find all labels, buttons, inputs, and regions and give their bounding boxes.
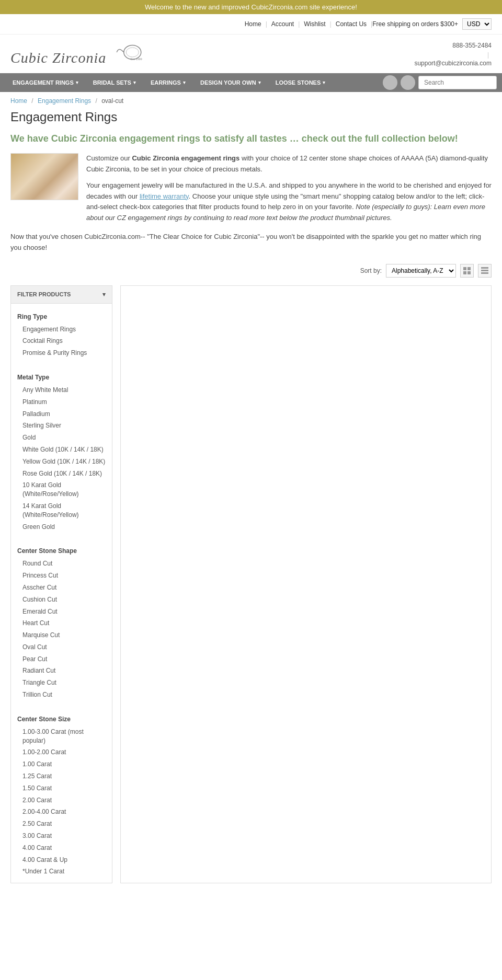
breadcrumb-home[interactable]: Home — [10, 97, 27, 105]
loose-stones-chevron-icon: ▾ — [323, 80, 325, 85]
intro-image — [10, 153, 78, 200]
filter-item-1-carat[interactable]: 1.00 Carat — [17, 758, 106, 770]
phone-number: 888-355-2484 | support@cubiczirconia.com — [414, 40, 492, 68]
grid-view-icon — [463, 267, 471, 274]
nav-bridal-sets[interactable]: BRIDAL SETS ▾ — [86, 73, 143, 92]
filter-item-2-4-carat[interactable]: 2.00-4.00 Carat — [17, 806, 106, 818]
filter-item-1-5-carat[interactable]: 1.50 Carat — [17, 782, 106, 794]
earrings-chevron-icon: ▾ — [183, 80, 186, 85]
filter-item-emerald-cut[interactable]: Emerald Cut — [17, 606, 106, 618]
nav-contact-link[interactable]: Contact Us — [332, 20, 371, 28]
page-tagline: We have Cubic Zirconia engagement rings … — [10, 132, 492, 145]
nav-icon-btn-2[interactable] — [401, 75, 415, 90]
list-view-icon — [481, 267, 488, 274]
filter-item-white-gold[interactable]: White Gold (10K / 14K / 18K) — [17, 444, 106, 456]
svg-rect-4 — [467, 267, 471, 270]
filter-item-4-carat-up[interactable]: 4.00 Carat & Up — [17, 854, 106, 866]
filter-stone-shape-section: Center Stone Shape Round Cut Princess Cu… — [11, 538, 112, 706]
filter-item-cushion-cut[interactable]: Cushion Cut — [17, 594, 106, 606]
filter-item-rose-gold[interactable]: Rose Gold (10K / 14K / 18K) — [17, 468, 106, 480]
announcement-text: Welcome to the new and improved CubicZir… — [145, 3, 357, 11]
breadcrumb: Home / Engagement Rings / oval-cut — [0, 92, 502, 110]
grid-view-button[interactable] — [460, 264, 474, 278]
nav-home-link[interactable]: Home — [241, 20, 266, 28]
svg-rect-9 — [481, 272, 488, 274]
filter-item-trillion-cut[interactable]: Trillion Cut — [17, 689, 106, 701]
email-link[interactable]: support@cubiczirconia.com — [414, 60, 492, 67]
filter-item-triangle-cut[interactable]: Triangle Cut — [17, 677, 106, 689]
svg-rect-7 — [481, 267, 488, 269]
filter-item-2-carat[interactable]: 2.00 Carat — [17, 794, 106, 806]
filter-ring-type-title: Ring Type — [17, 313, 106, 320]
nav-design-your-own[interactable]: DESIGN YOUR OWN ▾ — [193, 73, 268, 92]
filter-item-marquise-cut[interactable]: Marquise Cut — [17, 629, 106, 641]
intro-bold-1: Cubic Zirconia engagement rings — [132, 154, 239, 162]
nav-icon-btn-1[interactable] — [383, 75, 397, 90]
nav-wishlist-link[interactable]: Wishlist — [300, 20, 329, 28]
nav-earrings[interactable]: EARRINGS ▾ — [143, 73, 193, 92]
filter-item-palladium[interactable]: Palladium — [17, 408, 106, 420]
design-your-own-chevron-icon: ▾ — [258, 80, 261, 85]
svg-rect-5 — [463, 271, 466, 274]
breadcrumb-engagement-rings[interactable]: Engagement Rings — [38, 97, 91, 105]
filter-item-round-cut[interactable]: Round Cut — [17, 558, 106, 570]
engagement-rings-chevron-icon: ▾ — [76, 80, 78, 85]
nav-loose-stones[interactable]: LOOSE STONES ▾ — [268, 73, 333, 92]
filter-item-princess-cut[interactable]: Princess Cut — [17, 570, 106, 582]
filter-item-2-5-carat[interactable]: 2.50 Carat — [17, 818, 106, 830]
logo[interactable]: Cubic Zirconia Est. 1999 — [10, 42, 142, 66]
lifetime-warranty-link[interactable]: lifetime warranty — [140, 192, 189, 200]
breadcrumb-sep-2: / — [95, 97, 97, 105]
filter-item-4-carat[interactable]: 4.00 Carat — [17, 842, 106, 854]
header: Cubic Zirconia Est. 1999 888-355-2484 | … — [0, 34, 502, 73]
filter-item-1-2-carat[interactable]: 1.00-2.00 Carat — [17, 746, 106, 758]
paragraph-note: Now that you've chosen CubicZirconia.com… — [10, 232, 492, 253]
nav-engagement-rings[interactable]: ENGAGEMENT RINGS ▾ — [5, 73, 86, 92]
sort-select[interactable]: Alphabetically, A-Z Alphabetically, Z-A … — [386, 264, 456, 278]
filter-metal-type-title: Metal Type — [17, 374, 106, 381]
page-content: Engagement Rings We have Cubic Zirconia … — [0, 110, 502, 883]
filter-stone-size-title: Center Stone Size — [17, 716, 106, 723]
sidebar: FILTER PRODUCTS ▾ Ring Type Engagement R… — [10, 285, 112, 884]
filter-item-oval-cut[interactable]: Oval Cut — [17, 641, 106, 653]
filter-item-sterling-silver[interactable]: Sterling Silver — [17, 420, 106, 432]
svg-rect-6 — [467, 271, 471, 274]
filter-item-pear-cut[interactable]: Pear Cut — [17, 653, 106, 665]
filter-item-any-white-metal[interactable]: Any White Metal — [17, 384, 106, 396]
filter-item-1-25-carat[interactable]: 1.25 Carat — [17, 770, 106, 782]
filter-item-14k-gold[interactable]: 14 Karat Gold (White/Rose/Yellow) — [17, 500, 106, 521]
intro-section: Customize our Cubic Zirconia engagement … — [10, 153, 492, 224]
filter-item-engagement-rings[interactable]: Engagement Rings — [17, 324, 106, 336]
filter-item-10k-gold[interactable]: 10 Karat Gold (White/Rose/Yellow) — [17, 479, 106, 500]
logo-area: Cubic Zirconia Est. 1999 — [10, 42, 142, 66]
products-area — [120, 285, 492, 884]
sort-bar: Sort by: Alphabetically, A-Z Alphabetica… — [10, 264, 492, 278]
intro-note-label: Note (especially to guys): — [356, 203, 432, 211]
svg-point-1 — [126, 48, 139, 57]
breadcrumb-sep-1: / — [31, 97, 33, 105]
filter-item-platinum[interactable]: Platinum — [17, 396, 106, 408]
filter-header-label: FILTER PRODUCTS — [17, 291, 71, 297]
currency-selector[interactable]: USD GBP EUR — [462, 18, 492, 30]
filter-item-radiant-cut[interactable]: Radiant Cut — [17, 665, 106, 677]
list-view-button[interactable] — [478, 264, 492, 278]
filter-item-promise-purity[interactable]: Promise & Purity Rings — [17, 347, 106, 359]
filter-item-yellow-gold[interactable]: Yellow Gold (10K / 14K / 18K) — [17, 456, 106, 468]
filter-stone-shape-title: Center Stone Shape — [17, 547, 106, 555]
logo-ring-image: Est. 1999 — [111, 42, 142, 63]
filter-item-green-gold[interactable]: Green Gold — [17, 521, 106, 533]
search-input[interactable] — [418, 76, 497, 89]
sort-label: Sort by: — [360, 267, 382, 274]
filter-item-3-carat[interactable]: 3.00 Carat — [17, 830, 106, 842]
filter-item-asscher-cut[interactable]: Asscher Cut — [17, 582, 106, 594]
filter-item-cocktail-rings[interactable]: Cocktail Rings — [17, 335, 106, 347]
nav-account-link[interactable]: Account — [267, 20, 298, 28]
logo-text: Cubic Zirconia — [10, 50, 106, 66]
filter-item-under-1-carat[interactable]: *Under 1 Carat — [17, 866, 106, 878]
contact-info: 888-355-2484 | support@cubiczirconia.com — [414, 40, 492, 68]
filter-item-gold[interactable]: Gold — [17, 432, 106, 444]
filter-item-heart-cut[interactable]: Heart Cut — [17, 617, 106, 629]
filter-header: FILTER PRODUCTS ▾ — [11, 286, 112, 304]
filter-item-1-3-carat[interactable]: 1.00-3.00 Carat (most popular) — [17, 726, 106, 747]
bridal-sets-chevron-icon: ▾ — [133, 80, 136, 85]
